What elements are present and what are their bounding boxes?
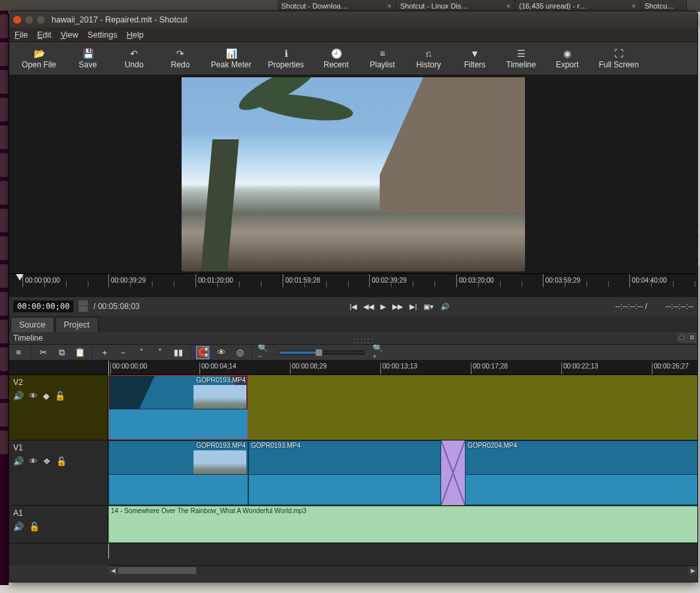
undo-button[interactable]: ↶Undo [111,43,157,75]
remove-button[interactable]: － [116,346,129,359]
clip-v1-1[interactable]: GOPR0193.MP4 [108,440,248,505]
timeline-ruler[interactable]: 00:00:00;0000:00:04;1400:00:08;2900:00:1… [108,361,697,375]
shotcut-window: hawaii_2017 - Repaired.mlt - Shotcut Fil… [9,11,698,582]
split-button[interactable]: ▮▮ [172,346,185,359]
composite-icon[interactable]: ◆ [43,391,50,401]
scrollbar-thumb[interactable] [118,567,197,575]
ruler-tick: 00:03:59;29 [543,274,580,287]
filters-button[interactable]: ▼Filters [452,43,498,75]
video-preview[interactable] [182,77,525,271]
full-screen-button[interactable]: ⛶Full Screen [590,43,647,75]
timecode-spinner[interactable] [79,300,88,312]
track-lane-v2[interactable]: GOPR0193.MP4 [108,375,697,440]
timeline-horizontal-scrollbar[interactable]: ◀ ▶ [108,565,697,575]
playlist-icon: ≡ [377,48,388,59]
clip-v1-2[interactable]: GOPR0193.MP4 [248,440,441,505]
zoom-out-button[interactable]: 🔍⁻ [258,346,271,359]
lock-icon[interactable]: 🔓 [55,391,65,401]
export-icon: ◉ [562,48,573,59]
tab-project[interactable]: Project [55,317,98,332]
timecode-current[interactable]: 00:00:00;00 [13,300,73,312]
scroll-left-icon[interactable]: ◀ [108,566,118,575]
lock-icon[interactable]: 🔓 [56,456,67,466]
play-button[interactable]: ▶ [380,302,386,311]
window-minimize-button[interactable] [25,16,33,24]
menu-file[interactable]: File [15,30,28,40]
ripple-button[interactable]: ◎ [233,346,246,359]
mute-icon[interactable]: 🔊 [13,456,24,466]
save-button[interactable]: 💾Save [65,43,111,75]
out-point-display: --:--:--:-- [666,302,693,311]
timeline-menu-button[interactable]: ≡ [12,346,25,359]
window-maximize-button[interactable] [37,16,45,24]
filters-icon: ▼ [470,48,480,59]
menu-settings[interactable]: Settings [88,30,118,40]
snap-button[interactable]: 🧲 [196,346,209,359]
zoom-in-button[interactable]: 🔍⁺ [372,346,386,359]
undo-icon: ↶ [129,48,139,59]
paste-button[interactable]: 📋 [73,346,87,359]
lift-button[interactable]: ˄ [135,346,148,359]
track-lane-v1[interactable]: GOPR0193.MP4 GOPR0193.MP4 GOPR0204.MP4 [108,440,697,506]
composite-icon[interactable]: ❖ [43,456,51,466]
window-close-button[interactable] [13,16,21,24]
preview-ruler[interactable]: 00:00:00;0000:00:39;2900:01:20;0000:01:5… [9,273,697,297]
ruler-tick: 00:00:39;29 [108,274,146,287]
window-titlebar[interactable]: hawaii_2017 - Repaired.mlt - Shotcut [9,11,697,28]
rewind-button[interactable]: ◀◀ [363,302,374,311]
open-file-button[interactable]: 📂Open File [13,43,65,75]
scroll-right-icon[interactable]: ▶ [688,566,697,575]
close-icon[interactable]: × [632,2,636,10]
save-icon: 💾 [83,48,93,59]
track-lane-a1[interactable]: 14 - Somewhere Over The Rainbow_What A W… [108,506,697,543]
close-icon[interactable]: × [507,2,510,10]
zoom-fit-button[interactable]: ▣▾ [423,302,434,311]
clip-v1-3[interactable]: GOPR0204.MP4 [465,440,697,505]
zoom-slider[interactable] [279,351,365,355]
in-point-display: --:--:--:-- / [615,302,647,311]
redo-button[interactable]: ↷Redo [157,43,203,75]
timeline-body: V2 🔊 👁 ◆ 🔓 V1 🔊 👁 ❖ 🔓 A1 [9,361,697,565]
cut-button[interactable]: ✂ [36,346,50,359]
skip-end-button[interactable]: ▶| [409,302,417,311]
menubar: File Edit View Settings Help [9,28,697,42]
panel-close-button[interactable]: ⊠ [687,333,696,342]
history-button[interactable]: ⎌History [405,43,452,75]
clip-v2[interactable]: GOPR0193.MP4 [108,375,248,440]
recent-button[interactable]: 🕘Recent [313,43,359,75]
transition[interactable] [441,440,465,505]
export-button[interactable]: ◉Export [544,43,590,75]
lock-icon[interactable]: 🔓 [29,522,40,532]
window-title: hawaii_2017 - Repaired.mlt - Shotcut [52,15,188,24]
append-button[interactable]: ＋ [98,346,111,359]
overwrite-button[interactable]: ˅ [153,346,166,359]
menu-view[interactable]: View [61,30,79,40]
track-header-v1[interactable]: V1 🔊 👁 ❖ 🔓 [9,440,108,506]
tab-source[interactable]: Source [11,317,54,332]
timeline-panel-title[interactable]: Timeline :::::: ▢⊠ [9,332,697,345]
scrub-button[interactable]: 👁 [215,346,228,359]
peak-meter-button[interactable]: 📊Peak Meter [203,43,259,75]
skip-start-button[interactable]: |◀ [350,302,357,311]
timecode-total: / 00:05:08;03 [93,302,139,311]
fast-forward-button[interactable]: ▶▶ [392,302,403,311]
panel-float-button[interactable]: ▢ [678,333,686,342]
mute-icon[interactable]: 🔊 [13,522,24,532]
menu-help[interactable]: Help [127,30,144,40]
track-header-a1[interactable]: A1 🔊 🔓 [9,506,108,543]
timeline-button[interactable]: ☰Timeline [498,43,544,75]
ruler-tick: 00:03:20;00 [456,274,494,287]
hide-icon[interactable]: 👁 [29,456,38,466]
copy-button[interactable]: ⧉ [55,346,68,359]
player-tabs: Source Project [9,316,697,332]
menu-edit[interactable]: Edit [37,30,52,40]
track-area[interactable]: 00:00:00;0000:00:04;1400:00:08;2900:00:1… [108,361,697,565]
playlist-button[interactable]: ≡Playlist [359,43,405,75]
volume-button[interactable]: 🔊 [440,302,450,311]
mute-icon[interactable]: 🔊 [13,391,24,401]
clip-a1[interactable]: 14 - Somewhere Over The Rainbow_What A W… [108,506,697,543]
hide-icon[interactable]: 👁 [29,391,38,401]
track-header-v2[interactable]: V2 🔊 👁 ◆ 🔓 [9,375,108,440]
close-icon[interactable]: × [388,2,392,10]
properties-button[interactable]: ℹProperties [259,43,313,75]
